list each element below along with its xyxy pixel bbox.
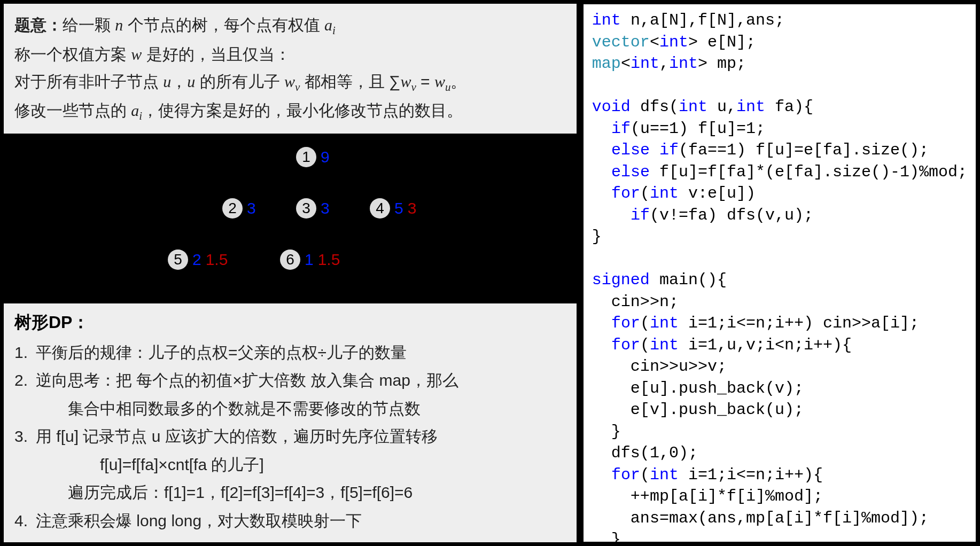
problem-box: 题意：给一颗 n 个节点的树，每个点有权值 ai 称一个权值方案 w 是好的，当…	[2, 2, 578, 135]
tree-node-3: 3 3	[296, 198, 330, 219]
tree-node-6: 6 1 1.5	[280, 249, 340, 270]
tree-node-5: 5 2 1.5	[168, 249, 228, 270]
problem-line-1: 题意：给一颗 n 个节点的树，每个点有权值 ai	[14, 11, 566, 41]
dp-item-1: 1.平衡后的规律：儿子的点权=父亲的点权÷儿子的数量	[14, 339, 566, 367]
node-id: 4	[370, 198, 390, 219]
node-weight-blue: 3	[321, 199, 330, 217]
node-id: 6	[280, 249, 300, 270]
dp-item-4: 4.注意乘积会爆 long long，对大数取模映射一下	[14, 507, 566, 535]
dp-title: 树形DP：	[14, 311, 566, 334]
tree-node-2: 2 3	[222, 198, 256, 219]
solution-box: 树形DP： 1.平衡后的规律：儿子的点权=父亲的点权÷儿子的数量 2.逆向思考：…	[2, 302, 578, 544]
node-weight-blue: 1	[305, 251, 314, 269]
dp-item-3c: 遍历完成后：f[1]=1，f[2]=f[3]=f[4]=3，f[5]=f[6]=…	[14, 479, 566, 507]
code-panel: int n,a[N],f[N],ans; vector<int> e[N]; m…	[581, 2, 978, 544]
problem-line-4: 修改一些节点的 ai，使得方案是好的，最小化修改节点的数目。	[14, 97, 566, 126]
node-weight-blue: 9	[321, 148, 330, 166]
code-block: int n,a[N],f[N],ans; vector<int> e[N]; m…	[592, 10, 967, 546]
node-id: 2	[222, 198, 243, 219]
tree-node-1: 1 9	[296, 147, 330, 167]
node-weight-red: 1.5	[206, 251, 228, 269]
tree-node-4: 4 5 3	[370, 198, 416, 219]
dp-list: 1.平衡后的规律：儿子的点权=父亲的点权÷儿子的数量 2.逆向思考：把 每个点的…	[14, 339, 566, 535]
node-weight-red: 1.5	[318, 251, 340, 269]
node-id: 1	[296, 147, 316, 167]
node-id: 3	[296, 198, 316, 219]
dp-item-3a: 3.用 f[u] 记录节点 u 应该扩大的倍数，遍历时先序位置转移	[14, 423, 566, 451]
node-weight-blue: 3	[247, 199, 256, 217]
node-weight-blue: 2	[192, 251, 201, 269]
dp-item-2b: 集合中相同数最多的个数就是不需要修改的节点数	[14, 395, 566, 423]
node-weight-red: 3	[408, 199, 417, 217]
problem-line-2: 称一个权值方案 w 是好的，当且仅当：	[14, 41, 566, 68]
node-id: 5	[168, 249, 188, 270]
problem-title: 题意：	[14, 16, 63, 34]
dp-item-3b: f[u]=f[fa]×cnt[fa 的儿子]	[14, 451, 566, 479]
node-weight-blue: 5	[394, 199, 403, 217]
problem-line-3: 对于所有非叶子节点 u，u 的所有儿子 wv 都相等，且 ∑wv = wu。	[14, 68, 566, 97]
tree-diagram: 1 9 2 3 3 3 4 5 3 5 2 1.5 6 1 1.5	[2, 135, 578, 301]
dp-item-2a: 2.逆向思考：把 每个点的初值×扩大倍数 放入集合 map，那么	[14, 366, 566, 395]
